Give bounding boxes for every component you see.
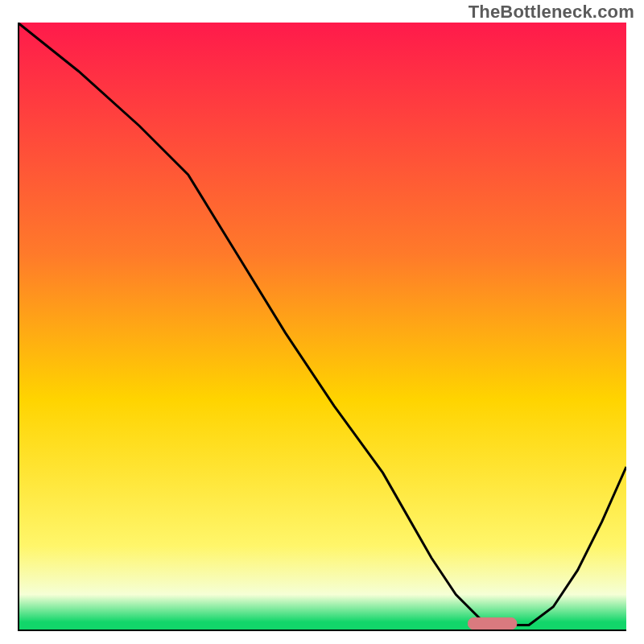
chart-container: TheBottleneck.com	[0, 0, 644, 644]
plot-area	[18, 23, 626, 631]
chart-svg	[18, 23, 626, 631]
gradient-background	[18, 23, 626, 631]
watermark-text: TheBottleneck.com	[469, 2, 634, 23]
optimal-marker	[468, 617, 517, 630]
